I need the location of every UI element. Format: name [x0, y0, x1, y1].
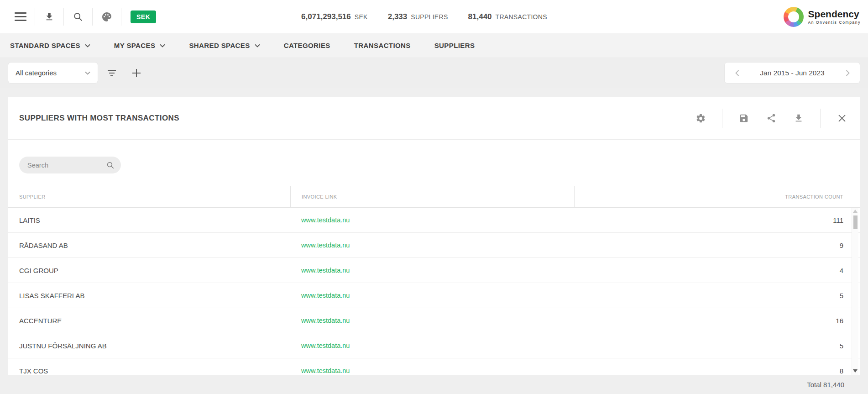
nav-my-spaces[interactable]: MY SPACES [114, 42, 166, 49]
close-widget-button[interactable] [836, 112, 848, 124]
nav-label: TRANSACTIONS [354, 42, 411, 49]
save-icon [739, 113, 749, 123]
brand-text: Spendency An Onventis Company [808, 9, 861, 25]
table-row[interactable]: LISAS SKAFFERI AB www.testdata.nu 5 [8, 283, 860, 308]
nav-suppliers[interactable]: SUPPLIERS [434, 42, 475, 49]
nav-label: SHARED SPACES [189, 42, 250, 49]
invoice-link[interactable]: www.testdata.nu [301, 292, 350, 299]
table-row[interactable]: TJX COS www.testdata.nu 8 [8, 358, 860, 375]
invoice-link-cell: www.testdata.nu [290, 291, 574, 299]
filter-bar: All categories Jan 2015 - Jun 2023 [0, 58, 868, 88]
invoice-link[interactable]: www.testdata.nu [301, 367, 350, 374]
supplier-name: TJX COS [8, 367, 290, 375]
widget-title: SUPPLIERS WITH MOST TRANSACTIONS [19, 114, 179, 123]
scrollbar-thumb[interactable] [853, 215, 858, 229]
invoice-link[interactable]: www.testdata.nu [301, 216, 350, 224]
gear-icon [695, 113, 706, 124]
transaction-count: 9 [574, 242, 860, 249]
invoice-link[interactable]: www.testdata.nu [301, 342, 350, 349]
chevron-down-icon [85, 71, 90, 75]
table-row[interactable]: LAITIS www.testdata.nu 111 [8, 208, 860, 233]
stat-value: 6,071,293,516 [301, 12, 351, 21]
main-nav: STANDARD SPACES MY SPACES SHARED SPACES … [0, 33, 868, 58]
invoice-link-cell: www.testdata.nu [290, 216, 574, 224]
supplier-name: ACCENTURE [8, 317, 290, 325]
supplier-name: LISAS SKAFFERI AB [8, 292, 290, 299]
date-range-prev-button[interactable] [731, 66, 743, 80]
total-count: Total 81,440 [807, 381, 844, 389]
search-button[interactable] [64, 6, 92, 28]
column-header-invoice-link[interactable]: INVOICE LINK [290, 186, 574, 208]
palette-icon [101, 11, 112, 22]
table-row[interactable]: RÅDASAND AB www.testdata.nu 9 [8, 233, 860, 258]
stat-value: 2,333 [388, 12, 408, 21]
save-button[interactable] [738, 112, 750, 124]
invoice-link[interactable]: www.testdata.nu [301, 242, 350, 249]
settings-button[interactable] [695, 112, 706, 124]
invoice-link-cell: www.testdata.nu [290, 341, 574, 350]
table-row[interactable]: ACCENTURE www.testdata.nu 16 [8, 308, 860, 333]
search-box[interactable] [19, 157, 121, 173]
stat-suppliers: 2,333 SUPPLIERS [388, 12, 448, 21]
nav-transactions[interactable]: TRANSACTIONS [354, 42, 411, 49]
supplier-name: CGI GROUP [8, 267, 290, 274]
transaction-count: 16 [574, 317, 860, 325]
supplier-name: JUSTNU FÖRSÄLJNING AB [8, 342, 290, 350]
currency-badge[interactable]: SEK [131, 11, 156, 23]
chevron-left-icon [735, 70, 739, 76]
divider [722, 109, 722, 128]
transaction-count: 111 [574, 216, 860, 224]
menu-icon [15, 12, 26, 21]
search-input[interactable] [27, 162, 96, 169]
search-icon [106, 161, 115, 169]
suppliers-widget: SUPPLIERS WITH MOST TRANSACTIONS [8, 97, 860, 375]
brand-logo: Spendency An Onventis Company [784, 7, 868, 27]
stat-label: SEK [355, 13, 368, 21]
menu-button[interactable] [6, 6, 35, 28]
brand-name: Spendency [808, 9, 861, 19]
vertical-scrollbar[interactable] [852, 208, 858, 375]
supplier-name: LAITIS [8, 216, 290, 224]
close-icon [837, 114, 847, 123]
column-header-transaction-count[interactable]: TRANSACTION COUNT [574, 186, 860, 208]
category-selector[interactable]: All categories [8, 63, 98, 83]
transaction-count: 4 [574, 267, 860, 274]
nav-label: STANDARD SPACES [10, 42, 80, 49]
share-icon [766, 113, 776, 123]
category-selector-value: All categories [16, 69, 57, 77]
filter-button[interactable] [101, 63, 122, 83]
stat-label: TRANSACTIONS [496, 13, 547, 21]
column-header-supplier[interactable]: SUPPLIER [8, 194, 290, 200]
table-header: SUPPLIER INVOICE LINK TRANSACTION COUNT [8, 186, 860, 208]
export-icon [794, 113, 804, 123]
invoice-link-cell: www.testdata.nu [290, 241, 574, 249]
date-range-picker[interactable]: Jan 2015 - Jun 2023 [725, 63, 860, 83]
scroll-down-icon[interactable] [853, 369, 858, 373]
invoice-link-cell: www.testdata.nu [290, 367, 574, 375]
share-button[interactable] [765, 112, 777, 124]
invoice-link-cell: www.testdata.nu [290, 316, 574, 325]
export-button[interactable] [793, 112, 805, 124]
supplier-name: RÅDASAND AB [8, 242, 290, 249]
invoice-link[interactable]: www.testdata.nu [301, 317, 350, 324]
filter-icon [108, 70, 116, 76]
scroll-up-icon[interactable] [853, 210, 858, 213]
download-button[interactable] [35, 6, 63, 28]
add-filter-button[interactable] [126, 63, 147, 83]
chevron-down-icon [85, 44, 90, 47]
nav-shared-spaces[interactable]: SHARED SPACES [189, 42, 260, 49]
chevron-right-icon [846, 70, 850, 76]
table-row[interactable]: JUSTNU FÖRSÄLJNING AB www.testdata.nu 5 [8, 333, 860, 358]
widget-actions [695, 109, 848, 128]
date-range-next-button[interactable] [842, 66, 853, 80]
nav-label: CATEGORIES [284, 42, 330, 49]
content-area: SUPPLIERS WITH MOST TRANSACTIONS [0, 88, 868, 375]
table-row[interactable]: CGI GROUP www.testdata.nu 4 [8, 258, 860, 283]
spendency-app: SEK 6,071,293,516 SEK 2,333 SUPPLIERS 81… [0, 0, 868, 394]
invoice-link[interactable]: www.testdata.nu [301, 267, 350, 274]
theme-button[interactable] [93, 6, 121, 28]
table-footer: Total 81,440 [0, 375, 868, 394]
stat-total-spend: 6,071,293,516 SEK [301, 12, 368, 21]
nav-standard-spaces[interactable]: STANDARD SPACES [10, 42, 90, 49]
nav-categories[interactable]: CATEGORIES [284, 42, 330, 49]
